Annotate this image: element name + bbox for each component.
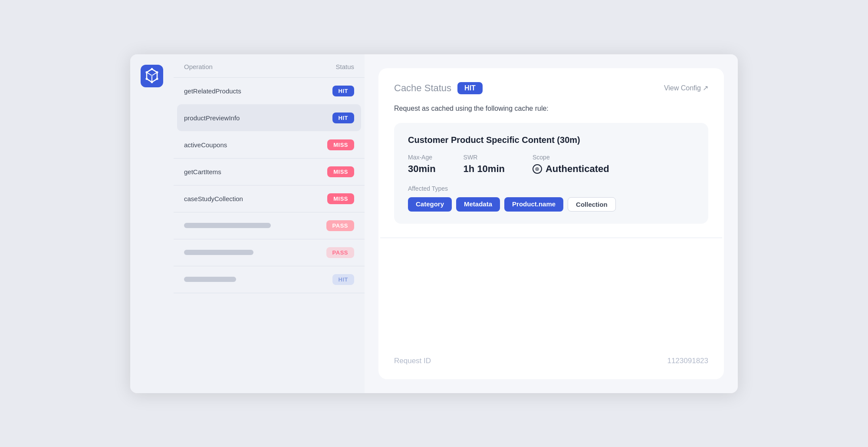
view-config-label: View Config — [664, 84, 701, 92]
scope-value: ◎ Authenticated — [533, 163, 609, 175]
app-logo — [141, 65, 163, 87]
table-header: Operation Status — [174, 63, 365, 77]
svg-point-2 — [156, 71, 158, 73]
table-row[interactable]: getRelatedProducts HIT — [174, 77, 365, 104]
cache-rule-card: Customer Product Specific Content (30m) … — [394, 123, 708, 224]
svg-point-1 — [151, 68, 153, 70]
right-panel: Cache Status HIT View Config ↗ Request a… — [365, 54, 738, 393]
status-badge: HIT — [332, 86, 354, 96]
row-name: caseStudyCollection — [184, 195, 243, 202]
status-badge: HIT — [332, 113, 354, 123]
row-name: activeCoupons — [184, 141, 227, 149]
row-name: getCartItems — [184, 168, 221, 175]
operation-col-header: Operation — [184, 63, 213, 70]
app-container: Operation Status getRelatedProducts HIT … — [130, 54, 738, 393]
svg-point-5 — [146, 78, 148, 80]
external-link-icon: ↗ — [703, 84, 708, 92]
cache-header: Cache Status HIT View Config ↗ — [394, 82, 708, 94]
row-name-placeholder — [184, 250, 253, 255]
row-name-placeholder — [184, 277, 236, 282]
type-badge-product-name[interactable]: Product.name — [504, 197, 563, 212]
type-badge-collection[interactable]: Collection — [568, 197, 616, 212]
svg-point-6 — [146, 71, 148, 73]
table-row[interactable]: activeCoupons MISS — [174, 131, 365, 158]
type-badge-metadata[interactable]: Metadata — [456, 197, 500, 212]
view-config-button[interactable]: View Config ↗ — [664, 84, 708, 92]
table-row[interactable]: productPreviewInfo HIT — [177, 104, 361, 131]
table-row[interactable]: PASS — [174, 212, 365, 239]
table-row[interactable]: HIT — [174, 266, 365, 293]
type-badge-category[interactable]: Category — [408, 197, 452, 212]
row-name-placeholder — [184, 223, 271, 228]
panel-divider — [380, 238, 722, 238]
cache-status-badge: HIT — [457, 82, 483, 94]
cache-status-label: Cache Status — [394, 83, 451, 94]
status-badge: PASS — [326, 247, 354, 258]
sidebar — [130, 54, 174, 393]
status-badge: MISS — [327, 166, 354, 177]
max-age-value: 30min — [408, 163, 436, 175]
affected-types-list: Category Metadata Product.name Collectio… — [408, 197, 694, 212]
row-name: getRelatedProducts — [184, 87, 241, 95]
table-row[interactable]: PASS — [174, 239, 365, 266]
scope-icon: ◎ — [533, 164, 542, 174]
swr-label: SWR — [464, 154, 505, 161]
svg-point-4 — [151, 81, 153, 83]
affected-types-label: Affected Types — [408, 185, 694, 192]
status-badge: MISS — [327, 193, 354, 204]
row-name: productPreviewInfo — [184, 114, 240, 122]
max-age-stat: Max-Age 30min — [408, 154, 436, 175]
swr-stat: SWR 1h 10min — [464, 154, 505, 175]
cache-rule-description: Request as cached using the following ca… — [394, 105, 708, 113]
request-id-label: Request ID — [394, 357, 431, 365]
left-panel: Operation Status getRelatedProducts HIT … — [174, 54, 365, 393]
table-row[interactable]: caseStudyCollection MISS — [174, 185, 365, 212]
svg-point-7 — [151, 74, 153, 76]
max-age-label: Max-Age — [408, 154, 436, 161]
right-panel-inner: Cache Status HIT View Config ↗ Request a… — [378, 68, 724, 379]
table-row[interactable]: getCartItems MISS — [174, 158, 365, 185]
request-id-value: 1123091823 — [667, 357, 708, 365]
cache-rule-title: Customer Product Specific Content (30m) — [408, 135, 694, 145]
cache-status-left: Cache Status HIT — [394, 82, 483, 94]
scope-label: Scope — [533, 154, 609, 161]
scope-text: Authenticated — [546, 163, 609, 175]
svg-point-3 — [156, 78, 158, 80]
scope-stat: Scope ◎ Authenticated — [533, 154, 609, 175]
status-badge: MISS — [327, 139, 354, 150]
swr-value: 1h 10min — [464, 163, 505, 175]
request-id-row: Request ID 1123091823 — [394, 344, 708, 365]
status-col-header: Status — [335, 63, 354, 70]
status-badge: HIT — [332, 274, 354, 285]
status-badge: PASS — [326, 220, 354, 231]
cache-stats: Max-Age 30min SWR 1h 10min Scope ◎ Authe… — [408, 154, 694, 175]
